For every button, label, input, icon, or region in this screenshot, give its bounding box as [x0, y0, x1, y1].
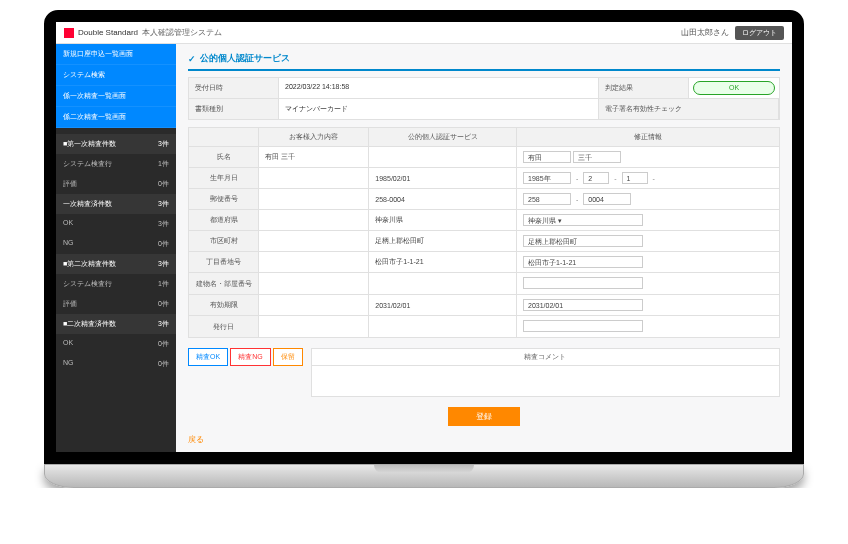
- info-row-received: 受付日時 2022/03/22 14:18:58 判定結果 OK: [188, 77, 780, 99]
- dob-day-input[interactable]: 1: [622, 172, 648, 184]
- screen: Double Standard 本人確認管理システム 山田太郎さん ログアウト …: [56, 22, 792, 452]
- zip-b-input[interactable]: 0004: [583, 193, 631, 205]
- table-row: 建物名・部屋番号: [189, 273, 780, 295]
- action-row: 精査OK 精査NG 保留 精査コメント: [188, 348, 780, 397]
- brand-logo-icon: [64, 28, 74, 38]
- city-input[interactable]: 足柄上郡松田町: [523, 235, 643, 247]
- name-sei-input[interactable]: 有田: [523, 151, 571, 163]
- stat-row: NG0件: [56, 234, 176, 254]
- main-content: ✓ 公的個人認証サービス 受付日時 2022/03/22 14:18:58 判定…: [176, 44, 792, 452]
- logout-button[interactable]: ログアウト: [735, 26, 784, 40]
- stat-group-4-head: ■二次精査済件数3件: [56, 314, 176, 334]
- info-label: 電子署名有効性チェック: [599, 99, 779, 119]
- comment-label: 精査コメント: [312, 349, 779, 366]
- zip-a-input[interactable]: 258: [523, 193, 571, 205]
- check-icon: ✓: [188, 54, 196, 64]
- issue-input[interactable]: [523, 320, 643, 332]
- stat-row: 評価0件: [56, 294, 176, 314]
- sidebar-item-primary-list[interactable]: 係一次精査一覧画面: [56, 86, 176, 107]
- back-link[interactable]: 戻る: [188, 434, 204, 445]
- page-title: ✓ 公的個人認証サービス: [188, 52, 780, 71]
- compare-table: お客様入力内容 公的個人認証サービス 修正情報 氏名 有田 三千 有田 三千: [188, 127, 780, 338]
- col-jpki: 公的個人認証サービス: [369, 128, 517, 147]
- table-row: 氏名 有田 三千 有田 三千: [189, 147, 780, 168]
- table-row: 都道府県 神奈川県 神奈川県 ▾: [189, 210, 780, 231]
- sidebar-stats: ■第一次精査件数3件 システム検査行1件 評価0件 一次精査済件数3件 OK3件…: [56, 134, 176, 374]
- bldg-input[interactable]: [523, 277, 643, 289]
- stat-row: システム検査行1件: [56, 274, 176, 294]
- table-row: 生年月日 1985/02/01 1985年 - 2 - 1 -: [189, 168, 780, 189]
- info-value: 2022/03/22 14:18:58: [279, 78, 599, 98]
- dob-month-input[interactable]: 2: [583, 172, 609, 184]
- comment-textarea[interactable]: [312, 366, 779, 396]
- submit-row: 登録: [188, 407, 780, 426]
- stat-row: OK0件: [56, 334, 176, 354]
- laptop-base: [44, 464, 804, 488]
- stat-group-1-head: ■第一次精査件数3件: [56, 134, 176, 154]
- info-label: 書類種別: [189, 99, 279, 119]
- brand-name: Double Standard: [78, 28, 138, 37]
- info-value: マイナンバーカード: [279, 99, 599, 119]
- addr-input[interactable]: 松田市子1-1-21: [523, 256, 643, 268]
- stat-row: OK3件: [56, 214, 176, 234]
- screen-bezel: Double Standard 本人確認管理システム 山田太郎さん ログアウト …: [44, 10, 804, 464]
- review-ok-button[interactable]: 精査OK: [188, 348, 228, 366]
- sidebar-item-new-accounts[interactable]: 新規口座申込一覧画面: [56, 44, 176, 65]
- stat-group-2-head: 一次精査済件数3件: [56, 194, 176, 214]
- sidebar-item-system-search[interactable]: システム検索: [56, 65, 176, 86]
- col-correction: 修正情報: [517, 128, 780, 147]
- sidebar-item-secondary-list[interactable]: 係二次精査一覧画面: [56, 107, 176, 128]
- table-row: 市区町村 足柄上郡松田町 足柄上郡松田町: [189, 231, 780, 252]
- table-row: 丁目番地号 松田市子1-1-21 松田市子1-1-21: [189, 252, 780, 273]
- info-row-doc-type: 書類種別 マイナンバーカード 電子署名有効性チェック: [188, 98, 780, 120]
- dob-year-input[interactable]: 1985年: [523, 172, 571, 184]
- laptop-frame: Double Standard 本人確認管理システム 山田太郎さん ログアウト …: [44, 10, 804, 488]
- table-header-row: お客様入力内容 公的個人認証サービス 修正情報: [189, 128, 780, 147]
- comment-box: 精査コメント: [311, 348, 780, 397]
- stat-row: 評価0件: [56, 174, 176, 194]
- status-badge-ok: OK: [693, 81, 775, 95]
- info-label: 受付日時: [189, 78, 279, 98]
- stat-row: NG0件: [56, 354, 176, 374]
- user-label: 山田太郎さん: [681, 27, 729, 38]
- top-bar: Double Standard 本人確認管理システム 山田太郎さん ログアウト: [56, 22, 792, 44]
- table-row: 郵便番号 258-0004 258 - 0004: [189, 189, 780, 210]
- sidebar: 新規口座申込一覧画面 システム検索 係一次精査一覧画面 係二次精査一覧画面 ■第…: [56, 44, 176, 452]
- name-mei-input[interactable]: 三千: [573, 151, 621, 163]
- valid-input[interactable]: 2031/02/01: [523, 299, 643, 311]
- info-label: 判定結果: [599, 78, 689, 98]
- page-title-text: 公的個人認証サービス: [200, 52, 290, 65]
- stat-group-3-head: ■第二次精査件数3件: [56, 254, 176, 274]
- review-hold-button[interactable]: 保留: [273, 348, 303, 366]
- col-customer: お客様入力内容: [259, 128, 369, 147]
- stat-row: システム検査行1件: [56, 154, 176, 174]
- sidebar-nav: 新規口座申込一覧画面 システム検索 係一次精査一覧画面 係二次精査一覧画面: [56, 44, 176, 128]
- table-row: 発行日: [189, 316, 780, 338]
- system-name: 本人確認管理システム: [142, 27, 222, 38]
- review-ng-button[interactable]: 精査NG: [230, 348, 271, 366]
- table-row: 有効期限 2031/02/01 2031/02/01: [189, 295, 780, 316]
- pref-select[interactable]: 神奈川県 ▾: [523, 214, 643, 226]
- submit-button[interactable]: 登録: [448, 407, 520, 426]
